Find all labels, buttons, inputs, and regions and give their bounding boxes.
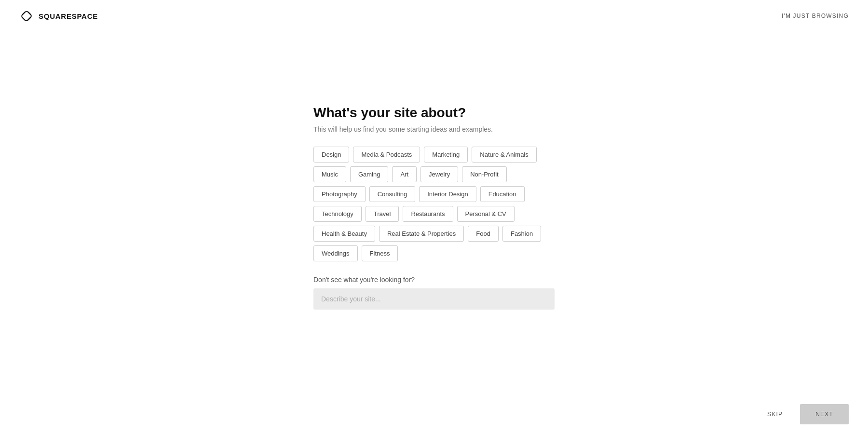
tag-travel[interactable]: Travel xyxy=(366,206,399,222)
skip-button[interactable]: SKIP xyxy=(758,405,792,423)
tag-weddings[interactable]: Weddings xyxy=(313,245,358,261)
header: SQUARESPACE I'M JUST BROWSING xyxy=(0,0,868,32)
browsing-link[interactable]: I'M JUST BROWSING xyxy=(782,13,849,19)
tag-consulting[interactable]: Consulting xyxy=(369,186,415,202)
tag-real-estate[interactable]: Real Estate & Properties xyxy=(379,226,464,242)
tag-design[interactable]: Design xyxy=(313,147,349,163)
tag-restaurants[interactable]: Restaurants xyxy=(403,206,453,222)
tag-interior-design[interactable]: Interior Design xyxy=(419,186,476,202)
tag-marketing[interactable]: Marketing xyxy=(424,147,468,163)
tag-jewelry[interactable]: Jewelry xyxy=(420,166,458,182)
tag-photography[interactable]: Photography xyxy=(313,186,366,202)
tag-education[interactable]: Education xyxy=(480,186,525,202)
page-title: What's your site about? xyxy=(313,105,555,121)
logo[interactable]: SQUARESPACE xyxy=(19,9,98,23)
main-content: What's your site about? This will help u… xyxy=(313,105,555,310)
tag-gaming[interactable]: Gaming xyxy=(350,166,389,182)
page-subtitle: This will help us find you some starting… xyxy=(313,125,555,133)
logo-text: SQUARESPACE xyxy=(39,12,98,20)
squarespace-logo-icon xyxy=(19,9,34,23)
tag-technology[interactable]: Technology xyxy=(313,206,362,222)
tag-health-beauty[interactable]: Health & Beauty xyxy=(313,226,375,242)
tag-art[interactable]: Art xyxy=(392,166,417,182)
describe-label: Don't see what you're looking for? xyxy=(313,276,555,284)
tag-nature-animals[interactable]: Nature & Animals xyxy=(472,147,536,163)
bottom-bar: SKIP NEXT xyxy=(0,394,868,434)
tag-media-podcasts[interactable]: Media & Podcasts xyxy=(353,147,420,163)
tag-food[interactable]: Food xyxy=(468,226,499,242)
tag-music[interactable]: Music xyxy=(313,166,346,182)
tag-fashion[interactable]: Fashion xyxy=(502,226,541,242)
tags-container: DesignMedia & PodcastsMarketingNature & … xyxy=(313,147,555,261)
tag-personal-cv[interactable]: Personal & CV xyxy=(457,206,515,222)
next-button[interactable]: NEXT xyxy=(800,404,849,424)
tag-fitness[interactable]: Fitness xyxy=(362,245,398,261)
tag-non-profit[interactable]: Non-Profit xyxy=(462,166,507,182)
describe-input[interactable] xyxy=(313,288,555,310)
